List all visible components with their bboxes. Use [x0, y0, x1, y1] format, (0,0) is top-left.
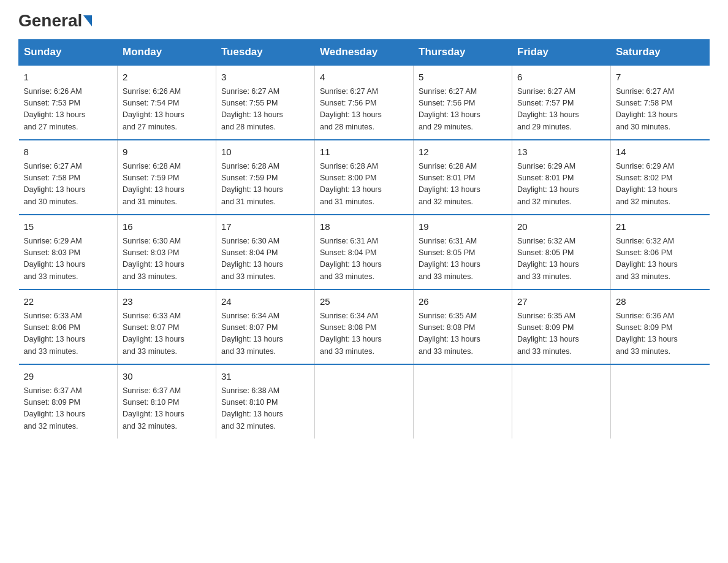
calendar-cell: 1Sunrise: 6:26 AMSunset: 7:53 PMDaylight…: [19, 65, 118, 140]
day-info: Sunrise: 6:28 AMSunset: 8:01 PMDaylight:…: [419, 161, 507, 209]
day-info: Sunrise: 6:28 AMSunset: 7:59 PMDaylight:…: [221, 161, 309, 209]
calendar-cell: [414, 364, 512, 439]
day-number: 5: [419, 71, 507, 85]
calendar-cell: 22Sunrise: 6:33 AMSunset: 8:06 PMDayligh…: [19, 289, 118, 364]
day-info: Sunrise: 6:29 AMSunset: 8:03 PMDaylight:…: [24, 236, 113, 283]
day-number: 24: [221, 295, 309, 309]
calendar-cell: 4Sunrise: 6:27 AMSunset: 7:56 PMDaylight…: [315, 65, 414, 140]
day-number: 12: [419, 145, 507, 159]
day-info: Sunrise: 6:34 AMSunset: 8:07 PMDaylight:…: [221, 310, 309, 358]
day-info: Sunrise: 6:26 AMSunset: 7:53 PMDaylight:…: [24, 86, 113, 134]
calendar-cell: 23Sunrise: 6:33 AMSunset: 8:07 PMDayligh…: [118, 289, 216, 364]
weekday-header-row: SundayMondayTuesdayWednesdayThursdayFrid…: [19, 40, 710, 66]
day-number: 16: [123, 220, 211, 234]
day-number: 2: [123, 71, 211, 85]
calendar-cell: [512, 364, 611, 439]
calendar-cell: 8Sunrise: 6:27 AMSunset: 7:58 PMDaylight…: [19, 140, 118, 215]
day-info: Sunrise: 6:32 AMSunset: 8:06 PMDaylight:…: [616, 236, 705, 283]
day-number: 21: [616, 220, 705, 234]
weekday-header-sunday: Sunday: [19, 40, 118, 66]
week-row-2: 8Sunrise: 6:27 AMSunset: 7:58 PMDaylight…: [19, 140, 710, 215]
logo-general: General: [18, 12, 92, 29]
day-info: Sunrise: 6:31 AMSunset: 8:05 PMDaylight:…: [419, 236, 507, 283]
day-info: Sunrise: 6:35 AMSunset: 8:09 PMDaylight:…: [517, 310, 605, 358]
calendar-cell: 29Sunrise: 6:37 AMSunset: 8:09 PMDayligh…: [19, 364, 118, 439]
day-number: 8: [24, 145, 113, 159]
day-number: 19: [419, 220, 507, 234]
day-number: 18: [320, 220, 408, 234]
week-row-4: 22Sunrise: 6:33 AMSunset: 8:06 PMDayligh…: [19, 289, 710, 364]
day-info: Sunrise: 6:28 AMSunset: 8:00 PMDaylight:…: [320, 161, 408, 209]
day-info: Sunrise: 6:35 AMSunset: 8:08 PMDaylight:…: [419, 310, 507, 358]
day-info: Sunrise: 6:34 AMSunset: 8:08 PMDaylight:…: [320, 310, 408, 358]
calendar-cell: 16Sunrise: 6:30 AMSunset: 8:03 PMDayligh…: [118, 215, 216, 289]
day-number: 25: [320, 295, 408, 309]
day-number: 30: [123, 370, 211, 384]
day-info: Sunrise: 6:37 AMSunset: 8:10 PMDaylight:…: [123, 385, 211, 433]
calendar-cell: 26Sunrise: 6:35 AMSunset: 8:08 PMDayligh…: [414, 289, 512, 364]
day-info: Sunrise: 6:29 AMSunset: 8:02 PMDaylight:…: [616, 161, 705, 209]
day-info: Sunrise: 6:27 AMSunset: 7:55 PMDaylight:…: [221, 86, 309, 134]
day-info: Sunrise: 6:27 AMSunset: 7:57 PMDaylight:…: [517, 86, 605, 134]
calendar-cell: 13Sunrise: 6:29 AMSunset: 8:01 PMDayligh…: [512, 140, 611, 215]
day-number: 1: [24, 71, 113, 85]
calendar-cell: 15Sunrise: 6:29 AMSunset: 8:03 PMDayligh…: [19, 215, 118, 289]
day-info: Sunrise: 6:30 AMSunset: 8:04 PMDaylight:…: [221, 236, 309, 283]
logo: General: [18, 12, 92, 29]
calendar-cell: 14Sunrise: 6:29 AMSunset: 8:02 PMDayligh…: [611, 140, 710, 215]
calendar-cell: [315, 364, 414, 439]
calendar-cell: 24Sunrise: 6:34 AMSunset: 8:07 PMDayligh…: [216, 289, 315, 364]
day-number: 31: [221, 370, 309, 384]
calendar-table: SundayMondayTuesdayWednesdayThursdayFrid…: [18, 39, 710, 439]
calendar-cell: 30Sunrise: 6:37 AMSunset: 8:10 PMDayligh…: [118, 364, 216, 439]
calendar-cell: 31Sunrise: 6:38 AMSunset: 8:10 PMDayligh…: [216, 364, 315, 439]
weekday-header-monday: Monday: [118, 40, 216, 66]
calendar-cell: 9Sunrise: 6:28 AMSunset: 7:59 PMDaylight…: [118, 140, 216, 215]
weekday-header-tuesday: Tuesday: [216, 40, 315, 66]
day-number: 7: [616, 71, 705, 85]
calendar-cell: 20Sunrise: 6:32 AMSunset: 8:05 PMDayligh…: [512, 215, 611, 289]
page-header: General: [18, 12, 710, 29]
day-number: 10: [221, 145, 309, 159]
day-info: Sunrise: 6:33 AMSunset: 8:07 PMDaylight:…: [123, 310, 211, 358]
day-info: Sunrise: 6:26 AMSunset: 7:54 PMDaylight:…: [123, 86, 211, 134]
day-number: 3: [221, 71, 309, 85]
day-number: 26: [419, 295, 507, 309]
day-info: Sunrise: 6:37 AMSunset: 8:09 PMDaylight:…: [24, 385, 113, 433]
calendar-cell: 7Sunrise: 6:27 AMSunset: 7:58 PMDaylight…: [611, 65, 710, 140]
day-number: 17: [221, 220, 309, 234]
weekday-header-saturday: Saturday: [611, 40, 710, 66]
day-info: Sunrise: 6:32 AMSunset: 8:05 PMDaylight:…: [517, 236, 605, 283]
day-number: 6: [517, 71, 605, 85]
calendar-cell: 6Sunrise: 6:27 AMSunset: 7:57 PMDaylight…: [512, 65, 611, 140]
calendar-cell: 18Sunrise: 6:31 AMSunset: 8:04 PMDayligh…: [315, 215, 414, 289]
day-number: 22: [24, 295, 113, 309]
week-row-3: 15Sunrise: 6:29 AMSunset: 8:03 PMDayligh…: [19, 215, 710, 289]
day-info: Sunrise: 6:29 AMSunset: 8:01 PMDaylight:…: [517, 161, 605, 209]
day-info: Sunrise: 6:27 AMSunset: 7:58 PMDaylight:…: [616, 86, 705, 134]
calendar-cell: 19Sunrise: 6:31 AMSunset: 8:05 PMDayligh…: [414, 215, 512, 289]
day-info: Sunrise: 6:28 AMSunset: 7:59 PMDaylight:…: [123, 161, 211, 209]
calendar-cell: 2Sunrise: 6:26 AMSunset: 7:54 PMDaylight…: [118, 65, 216, 140]
calendar-cell: 11Sunrise: 6:28 AMSunset: 8:00 PMDayligh…: [315, 140, 414, 215]
day-info: Sunrise: 6:38 AMSunset: 8:10 PMDaylight:…: [221, 385, 309, 433]
day-number: 29: [24, 370, 113, 384]
day-number: 13: [517, 145, 605, 159]
calendar-cell: 17Sunrise: 6:30 AMSunset: 8:04 PMDayligh…: [216, 215, 315, 289]
day-number: 27: [517, 295, 605, 309]
day-info: Sunrise: 6:27 AMSunset: 7:56 PMDaylight:…: [419, 86, 507, 134]
day-number: 28: [616, 295, 705, 309]
weekday-header-thursday: Thursday: [414, 40, 512, 66]
calendar-cell: 5Sunrise: 6:27 AMSunset: 7:56 PMDaylight…: [414, 65, 512, 140]
calendar-cell: 3Sunrise: 6:27 AMSunset: 7:55 PMDaylight…: [216, 65, 315, 140]
day-number: 14: [616, 145, 705, 159]
calendar-cell: [611, 364, 710, 439]
day-number: 11: [320, 145, 408, 159]
calendar-cell: 12Sunrise: 6:28 AMSunset: 8:01 PMDayligh…: [414, 140, 512, 215]
logo-arrow-icon: [83, 15, 92, 26]
day-info: Sunrise: 6:33 AMSunset: 8:06 PMDaylight:…: [24, 310, 113, 358]
day-number: 20: [517, 220, 605, 234]
weekday-header-wednesday: Wednesday: [315, 40, 414, 66]
day-number: 4: [320, 71, 408, 85]
week-row-5: 29Sunrise: 6:37 AMSunset: 8:09 PMDayligh…: [19, 364, 710, 439]
